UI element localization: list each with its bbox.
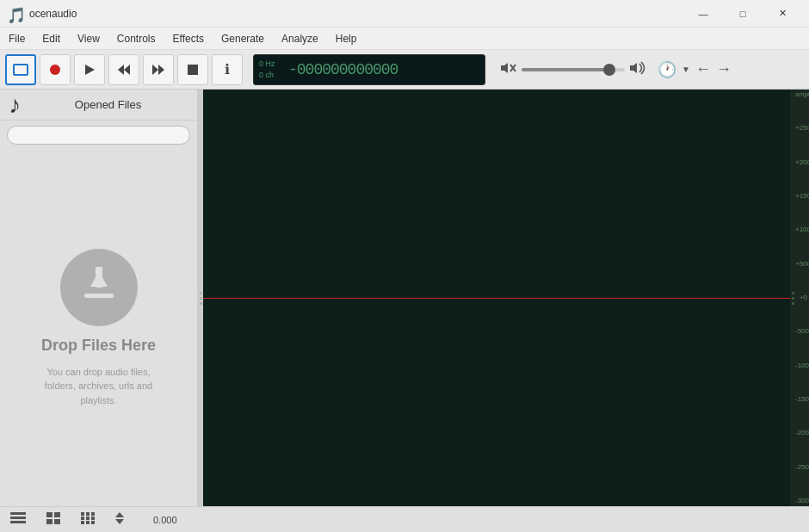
svg-rect-23 [86,512,90,516]
record-button[interactable] [40,54,71,85]
toolbar: ℹ 0 Hz 0 ch -000000000000 [0,50,809,90]
scale-5000: +5000 [795,261,809,268]
scale-neg10000: -10000 [795,362,809,369]
scale-smpl: smpl [795,91,809,98]
menu-edit[interactable]: Edit [34,28,69,49]
drop-description: You can drop audio files,folders, archiv… [45,365,152,408]
menu-effects[interactable]: Effects [164,28,213,49]
svg-marker-6 [158,65,164,75]
sidebar-header: ♪ Opened Files [0,90,197,121]
stop-button[interactable] [177,54,208,85]
svg-rect-15 [10,512,26,515]
play-button[interactable] [74,54,105,85]
level-value: -000000000000 [288,61,398,78]
waveform-container[interactable]: smpl +25000 +20000 +15000 +10000 +5000 +… [203,90,809,506]
svg-rect-29 [86,521,90,524]
menu-bar: File Edit View Controls Effects Generate… [0,28,809,50]
svg-rect-19 [54,512,60,517]
menu-analyze[interactable]: Analyze [273,28,327,49]
download-icon [77,263,120,312]
status-time: 0.000 [153,515,177,525]
info-button[interactable]: ℹ [212,54,243,85]
svg-marker-3 [118,65,124,75]
scale-neg20000: -20000 [795,430,809,436]
svg-rect-22 [81,512,84,516]
scale-neg5000: -5000 [795,328,809,335]
svg-rect-0 [14,65,28,75]
menu-generate[interactable]: Generate [213,28,273,49]
forward-button[interactable] [143,54,174,85]
svg-rect-13 [96,267,102,288]
scale-25000: +25000 [795,125,809,132]
svg-marker-8 [501,63,508,73]
scale-neg15000: -15000 [795,396,809,403]
volume-slider[interactable] [522,68,625,71]
level-bar: -000000000000 [288,58,479,82]
svg-marker-4 [124,65,130,75]
clock-button[interactable]: 🕐 [658,60,676,79]
svg-rect-14 [84,294,114,298]
svg-marker-32 [115,519,124,524]
sort-button[interactable] [112,510,133,529]
nav-back-button[interactable]: ← [695,60,711,78]
svg-rect-16 [10,517,26,519]
svg-marker-2 [85,65,95,75]
scale-0: +0 [795,294,809,301]
freq-value: 0 Hz [259,59,283,70]
list-view-button[interactable] [7,510,29,529]
menu-view[interactable]: View [69,28,108,49]
svg-marker-11 [630,63,637,73]
status-bar: 0.000 [0,506,809,532]
drop-title: Drop Files Here [41,337,156,355]
opened-files-label: Opened Files [28,98,188,111]
ch-value: 0 ch [259,70,283,81]
scale-neg25000: -25000 [795,464,809,471]
svg-rect-24 [91,512,95,516]
close-button[interactable]: ✕ [763,0,802,28]
svg-rect-25 [81,517,84,520]
svg-rect-26 [86,517,90,520]
minimize-button[interactable]: — [683,0,723,28]
grid-view-button[interactable] [43,510,64,529]
svg-rect-18 [46,512,52,517]
svg-marker-31 [115,512,124,517]
select-button[interactable] [5,54,36,85]
center-line [203,298,795,299]
scale-20000: +20000 [795,159,809,166]
rewind-button[interactable] [108,54,139,85]
menu-controls[interactable]: Controls [108,28,164,49]
dropdown-icon[interactable]: ▼ [682,65,690,74]
svg-rect-7 [188,65,198,75]
menu-help[interactable]: Help [327,28,366,49]
scale-10000: +10000 [795,226,809,233]
svg-rect-20 [46,519,52,524]
volume-area [497,61,645,78]
svg-rect-30 [91,521,95,524]
maximize-button[interactable]: □ [723,0,763,28]
main-area: ♪ Opened Files Drop Files Here You can d… [0,90,809,506]
app-icon: 🎵 [7,6,22,22]
window-controls: — □ ✕ [683,0,802,28]
svg-rect-27 [91,517,95,520]
right-controls: 🕐 ▼ ← → [658,60,732,79]
svg-rect-21 [54,519,60,524]
nav-forward-button[interactable]: → [716,60,732,78]
sidebar: ♪ Opened Files Drop Files Here You can d… [0,90,198,506]
freq-ch-display: 0 Hz 0 ch [259,59,283,80]
title-bar: 🎵 ocenaudio — □ ✕ [0,0,809,28]
svg-rect-17 [10,521,26,523]
drop-icon [60,249,138,326]
drop-area: Drop Files Here You can drop audio files… [0,150,197,506]
menu-file[interactable]: File [0,28,34,49]
speaker-icon [628,61,645,78]
mute-button[interactable] [497,61,518,78]
level-display: 0 Hz 0 ch -000000000000 [253,54,485,85]
scale-neg30000: -30000 [795,498,809,504]
svg-marker-5 [152,65,158,75]
search-input[interactable] [7,126,190,145]
music-note-icon: ♪ [9,91,21,119]
app-title: ocenaudio [29,8,683,20]
scale-bar: smpl +25000 +20000 +15000 +10000 +5000 +… [795,90,809,506]
volume-thumb[interactable] [603,64,615,76]
blocks-view-button[interactable] [77,510,98,529]
